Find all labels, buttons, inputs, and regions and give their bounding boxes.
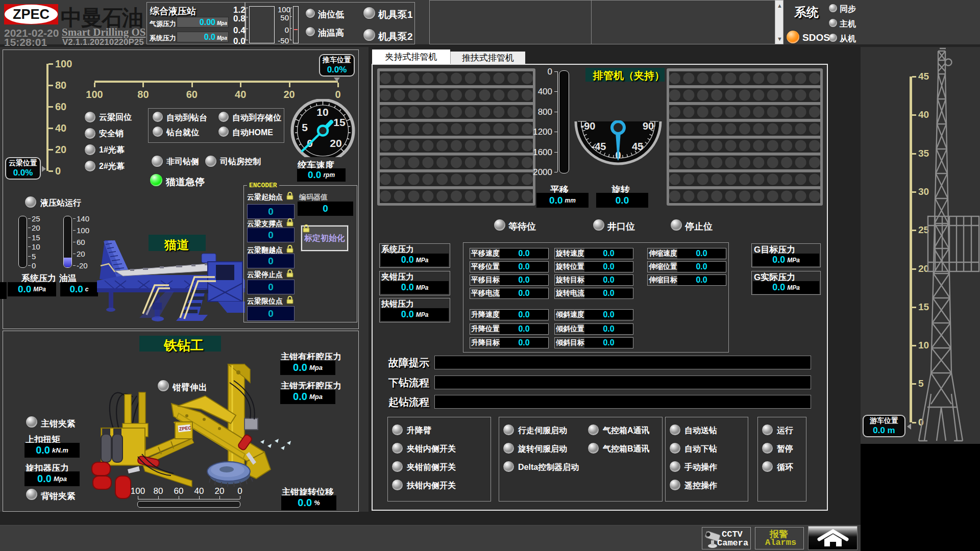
svg-text:-90: -90 [581, 120, 596, 132]
svg-text:10: 10 [316, 106, 328, 118]
svg-text:15: 15 [333, 116, 346, 128]
svg-text:45: 45 [632, 141, 643, 152]
svg-text:90: 90 [643, 120, 654, 132]
svg-text:5: 5 [302, 121, 308, 133]
svg-text:20: 20 [330, 137, 341, 149]
svg-text:-45: -45 [592, 141, 606, 152]
